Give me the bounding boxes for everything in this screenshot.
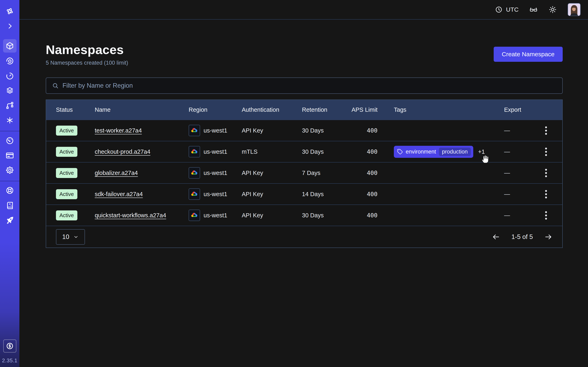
aps-limit-value: 400 [348, 148, 378, 155]
sidebar-divider [0, 181, 19, 181]
tag-pill[interactable]: environment production [394, 146, 473, 158]
sidebar-item-getting-started[interactable] [3, 213, 17, 227]
arrow-right-icon [544, 233, 553, 241]
timezone-selector[interactable]: UTC [495, 6, 519, 13]
sidebar-item-namespaces[interactable] [3, 39, 17, 53]
user-avatar[interactable] [568, 3, 581, 16]
row-menu-button[interactable] [545, 126, 547, 135]
sidebar-item-usage[interactable] [3, 134, 17, 147]
chevron-down-icon [73, 234, 79, 240]
row-menu-button[interactable] [545, 148, 547, 156]
table-row: Active globalizer.a27a4 us-west1 API Key… [46, 162, 562, 183]
sidebar-item-billing[interactable] [3, 149, 17, 162]
aps-limit-value: 400 [348, 169, 378, 176]
region-label: us-west1 [204, 149, 227, 155]
aps-limit-value: 400 [348, 191, 378, 198]
namespaces-table: Status Name Region Authentication Retent… [46, 100, 563, 248]
pagination-range: 1-5 of 5 [511, 233, 533, 241]
row-menu-button[interactable] [545, 169, 547, 177]
table-footer: 10 1-5 of 5 [46, 226, 562, 248]
region-label: us-west1 [204, 127, 227, 134]
auth-value: API Key [242, 127, 302, 134]
auth-value: API Key [242, 212, 302, 219]
timezone-label: UTC [506, 6, 519, 13]
tag-value: production [439, 148, 471, 156]
app-version: 2.35.1 [2, 358, 17, 364]
status-badge: Active [56, 210, 77, 220]
namespace-link[interactable]: quickstart-workflows.a27a4 [95, 212, 166, 218]
sidebar-item-insights[interactable] [3, 54, 17, 67]
table-row: Active sdk-failover.a27a4 us-west1 API K… [46, 183, 562, 205]
export-value: — [484, 191, 538, 198]
table-row: Active test-worker.a27a4 us-west1 API Ke… [46, 120, 562, 141]
temporal-logo-icon[interactable] [3, 4, 17, 18]
auth-value: API Key [242, 191, 302, 198]
export-value: — [484, 127, 538, 134]
sidebar-item-support[interactable] [3, 184, 17, 197]
region-label: us-west1 [204, 212, 227, 219]
namespace-link[interactable]: checkout-prod.a27a4 [95, 149, 150, 155]
previous-page-button[interactable] [492, 233, 500, 241]
region-label: us-west1 [204, 170, 227, 176]
next-page-button[interactable] [544, 233, 553, 241]
table-row: Active checkout-prod.a27a4 us-west1 mTLS… [46, 141, 562, 162]
region-label: us-west1 [204, 191, 227, 198]
aps-limit-value: 400 [348, 127, 378, 134]
status-badge: Active [56, 147, 77, 157]
export-value: — [484, 170, 538, 176]
plan-badge-button[interactable] [3, 340, 16, 352]
row-menu-button[interactable] [545, 211, 547, 220]
topbar: UTC [19, 0, 588, 20]
filter-input[interactable] [62, 82, 557, 89]
filter-bar [46, 77, 563, 94]
namespace-link[interactable]: globalizer.a27a4 [95, 170, 138, 176]
col-tags: Tags [378, 106, 484, 113]
accessibility-glasses-button[interactable] [529, 5, 538, 14]
retention-value: 30 Days [302, 127, 348, 134]
tag-key: environment [406, 149, 436, 155]
page-subtitle: 5 Namespaces created (100 limit) [46, 60, 128, 66]
aps-limit-value: 400 [348, 212, 378, 219]
col-retention: Retention [302, 106, 348, 113]
theme-toggle-button[interactable] [548, 5, 557, 14]
retention-value: 30 Days [302, 212, 348, 219]
sidebar-item-batch-operations[interactable] [3, 114, 17, 127]
row-menu-button[interactable] [545, 190, 547, 198]
page-size-select[interactable]: 10 [56, 229, 85, 245]
col-export: Export [484, 106, 538, 113]
namespace-link[interactable]: test-worker.a27a4 [95, 127, 142, 134]
col-aps-limit: APS Limit [348, 106, 378, 113]
retention-value: 30 Days [302, 149, 348, 155]
namespace-link[interactable]: sdk-failover.a27a4 [95, 191, 143, 197]
gcp-region-icon [189, 125, 200, 136]
sidebar-item-docs[interactable] [3, 199, 17, 212]
sun-icon [548, 5, 557, 14]
col-region: Region [189, 106, 242, 113]
status-badge: Active [56, 189, 77, 199]
table-header-row: Status Name Region Authentication Retent… [46, 100, 562, 120]
status-badge: Active [56, 168, 77, 178]
arrow-left-icon [492, 233, 500, 241]
retention-value: 14 Days [302, 191, 348, 198]
export-value: — [484, 212, 538, 219]
gcp-region-icon [189, 188, 200, 200]
sidebar-item-settings[interactable] [3, 164, 17, 177]
status-badge: Active [56, 125, 77, 136]
gcp-region-icon [189, 210, 200, 221]
tag-icon [397, 149, 403, 155]
export-value: — [484, 149, 538, 155]
page-title: Namespaces [46, 42, 128, 57]
sidebar-item-deployments[interactable] [3, 84, 17, 97]
sidebar-item-schedules[interactable] [3, 69, 17, 82]
sidebar: 2.35.1 [0, 0, 19, 367]
dollar-badge-icon [6, 342, 14, 350]
glasses-icon [529, 5, 538, 14]
col-authentication: Authentication [242, 106, 302, 113]
gcp-region-icon [189, 167, 200, 179]
sidebar-expand-chevron-icon[interactable] [3, 19, 17, 33]
gcp-region-icon [189, 146, 200, 157]
sidebar-item-nexus[interactable] [3, 99, 17, 112]
create-namespace-button[interactable]: Create Namespace [494, 47, 563, 62]
search-icon [52, 82, 59, 89]
sidebar-divider [0, 131, 19, 131]
